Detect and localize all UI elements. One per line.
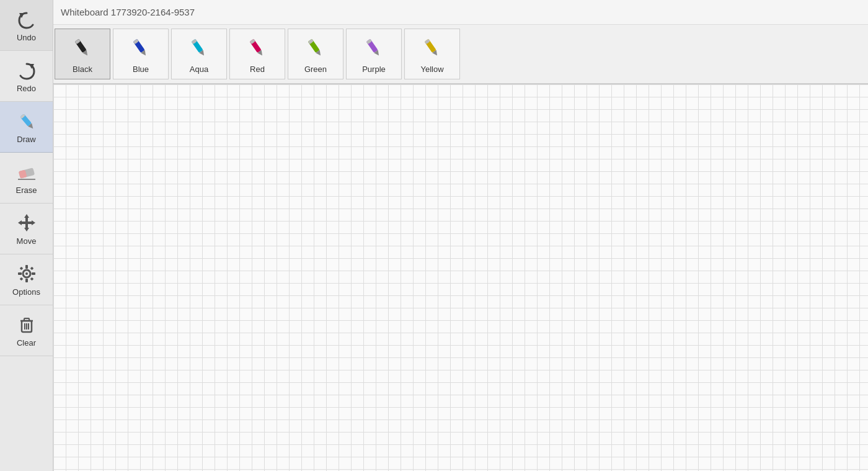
color-purple-label: Purple (362, 65, 386, 74)
pencil-blue-icon (127, 35, 154, 62)
color-purple-button[interactable]: Purple (346, 29, 402, 79)
undo-button[interactable]: Undo (0, 0, 53, 51)
header: Whiteboard 1773920-2164-9537 (53, 0, 868, 25)
erase-icon (16, 161, 38, 183)
pencil-red-icon (244, 35, 271, 62)
svg-rect-21 (19, 267, 23, 271)
erase-button[interactable]: Erase (0, 153, 53, 204)
svg-marker-8 (24, 214, 29, 218)
move-icon (16, 212, 38, 234)
svg-rect-18 (25, 279, 28, 282)
color-black-label: Black (73, 65, 92, 74)
color-yellow-label: Yellow (420, 65, 443, 74)
redo-label: Redo (17, 84, 36, 93)
color-yellow-button[interactable]: Yellow (404, 29, 460, 79)
svg-rect-27 (24, 318, 29, 321)
pencil-purple-icon (360, 35, 388, 62)
toolbar: Undo Redo Draw Erase (0, 0, 53, 471)
svg-rect-20 (32, 272, 35, 275)
color-blue-label: Blue (133, 65, 149, 74)
color-red-button[interactable]: Red (229, 29, 285, 79)
svg-rect-19 (18, 272, 22, 275)
canvas-area[interactable] (53, 84, 868, 471)
svg-rect-14 (22, 222, 32, 224)
pencil-green-icon (302, 35, 329, 62)
pencil-aqua-icon (185, 35, 213, 62)
draw-button[interactable]: Draw (0, 102, 53, 153)
pencil-yellow-icon (418, 35, 446, 62)
whiteboard-title: Whiteboard 1773920-2164-9537 (61, 7, 195, 17)
color-bar: Black Blue Aqua (53, 25, 868, 84)
draw-icon (16, 110, 38, 132)
options-button[interactable]: Options (0, 254, 53, 305)
move-button[interactable]: Move (0, 204, 53, 254)
color-aqua-label: Aqua (190, 65, 208, 74)
svg-marker-9 (24, 228, 29, 231)
draw-label: Draw (17, 135, 35, 144)
clear-icon (16, 313, 38, 336)
pencil-black-icon (69, 35, 96, 62)
color-green-label: Green (304, 65, 327, 74)
svg-rect-22 (30, 267, 33, 271)
main-area: Whiteboard 1773920-2164-9537 Black (53, 0, 868, 471)
svg-rect-24 (30, 277, 33, 281)
color-black-button[interactable]: Black (55, 29, 110, 79)
undo-icon (16, 8, 38, 30)
svg-marker-10 (18, 220, 22, 225)
clear-button[interactable]: Clear (0, 305, 53, 356)
color-red-label: Red (250, 65, 265, 74)
svg-rect-23 (19, 277, 23, 281)
options-label: Options (12, 287, 40, 297)
color-blue-button[interactable]: Blue (113, 29, 169, 79)
svg-point-16 (25, 272, 28, 275)
svg-rect-17 (25, 265, 28, 269)
clear-label: Clear (17, 338, 36, 348)
color-green-button[interactable]: Green (288, 29, 343, 79)
color-aqua-button[interactable]: Aqua (171, 29, 227, 79)
redo-icon (16, 59, 38, 81)
move-label: Move (17, 236, 37, 246)
erase-label: Erase (16, 186, 37, 195)
options-icon (16, 262, 38, 285)
redo-button[interactable]: Redo (0, 51, 53, 102)
undo-label: Undo (17, 33, 36, 42)
svg-marker-11 (32, 220, 35, 225)
